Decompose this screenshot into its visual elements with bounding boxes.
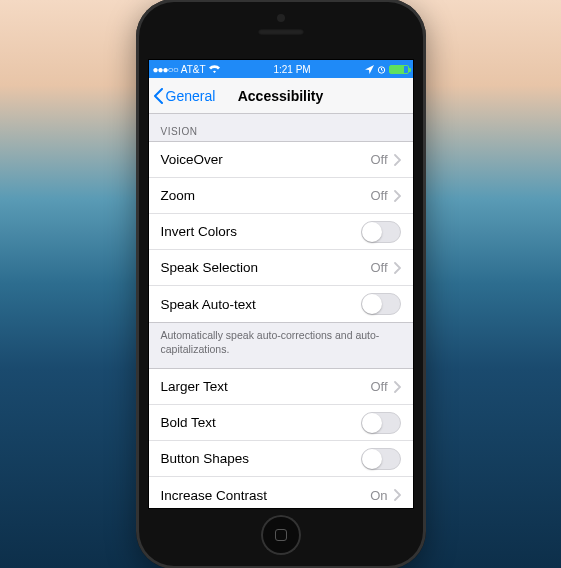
group-vision: VoiceOver Off Zoom Off Invert Colors (149, 141, 413, 323)
toggle-speak-autotext[interactable] (361, 293, 401, 315)
row-label: Larger Text (161, 379, 228, 394)
row-value: Off (370, 152, 387, 167)
group-text: Larger Text Off Bold Text Button Shapes (149, 368, 413, 508)
status-right (365, 65, 409, 74)
row-speak-selection[interactable]: Speak Selection Off (149, 250, 413, 286)
row-label: Speak Selection (161, 260, 259, 275)
status-bar: ●●●○○ AT&T 1:21 PM (149, 60, 413, 78)
section-footer-vision: Automatically speak auto-corrections and… (149, 323, 413, 368)
home-button[interactable] (261, 515, 301, 555)
row-label: Invert Colors (161, 224, 238, 239)
toggle-invert-colors[interactable] (361, 221, 401, 243)
row-label: Speak Auto-text (161, 297, 256, 312)
signal-dots-icon: ●●●○○ (153, 64, 178, 75)
row-label: Increase Contrast (161, 488, 268, 503)
row-label: VoiceOver (161, 152, 223, 167)
chevron-right-icon (394, 190, 401, 202)
screen: ●●●○○ AT&T 1:21 PM (148, 59, 414, 509)
toggle-button-shapes[interactable] (361, 448, 401, 470)
row-increase-contrast[interactable]: Increase Contrast On (149, 477, 413, 508)
speaker-slot (258, 29, 304, 35)
phone-frame: ●●●○○ AT&T 1:21 PM (136, 0, 426, 568)
clock-label: 1:21 PM (273, 64, 310, 75)
back-button[interactable]: General (149, 88, 216, 104)
chevron-right-icon (394, 154, 401, 166)
back-label: General (166, 88, 216, 104)
row-label: Zoom (161, 188, 196, 203)
row-value: On (370, 488, 387, 503)
row-invert-colors[interactable]: Invert Colors (149, 214, 413, 250)
row-speak-autotext[interactable]: Speak Auto-text (149, 286, 413, 322)
content-scroll[interactable]: VISION VoiceOver Off Zoom Off (149, 114, 413, 508)
chevron-right-icon (394, 489, 401, 501)
row-value: Off (370, 260, 387, 275)
location-icon (365, 65, 374, 74)
row-label: Bold Text (161, 415, 216, 430)
row-button-shapes[interactable]: Button Shapes (149, 441, 413, 477)
nav-bar: General Accessibility (149, 78, 413, 114)
battery-icon (389, 65, 409, 74)
camera-dot (277, 14, 285, 22)
row-value: Off (370, 379, 387, 394)
status-left: ●●●○○ AT&T (153, 64, 220, 75)
row-label: Button Shapes (161, 451, 250, 466)
carrier-label: AT&T (181, 64, 206, 75)
chevron-left-icon (153, 88, 164, 104)
row-value: Off (370, 188, 387, 203)
row-larger-text[interactable]: Larger Text Off (149, 369, 413, 405)
row-zoom[interactable]: Zoom Off (149, 178, 413, 214)
section-header-vision: VISION (149, 114, 413, 141)
chevron-right-icon (394, 381, 401, 393)
wifi-icon (209, 65, 220, 74)
row-voiceover[interactable]: VoiceOver Off (149, 142, 413, 178)
alarm-icon (377, 65, 386, 74)
toggle-bold-text[interactable] (361, 412, 401, 434)
row-bold-text[interactable]: Bold Text (149, 405, 413, 441)
chevron-right-icon (394, 262, 401, 274)
page-title: Accessibility (238, 88, 324, 104)
